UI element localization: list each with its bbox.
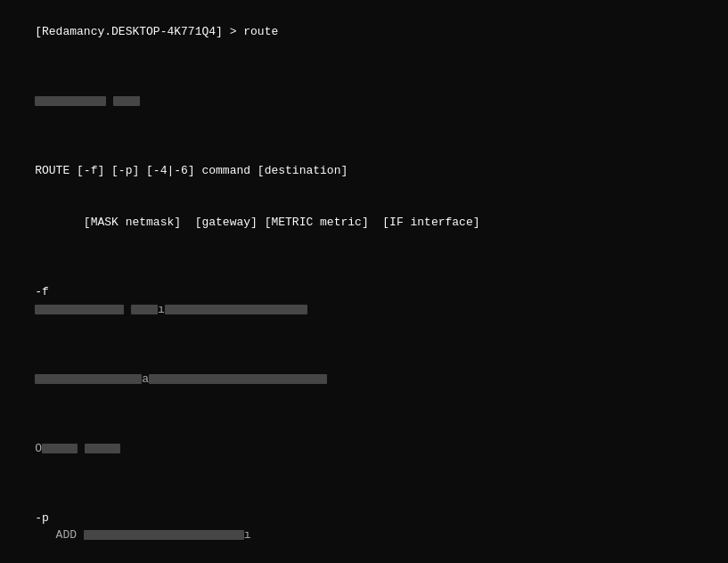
syntax-text2: [MASK netmask] [gateway] [METRIC metric]… [35,216,479,229]
scrollbar-bar[interactable] [7,75,721,127]
prompt-line: [Redamancy.DESKTOP-4K771Q4] > route [7,5,721,58]
blank-1 [7,58,721,76]
syntax-line1: ROUTE [-f] [-p] [-4|-6] command [destina… [7,144,721,197]
flag-p-label: -p [35,510,133,527]
syntax-text1: ROUTE [-f] [-p] [-4|-6] command [destina… [35,164,348,177]
flag-f-line3: O [7,405,721,475]
blank-4 [7,475,721,493]
flag-p-line1: -p ADD ı [7,492,721,561]
syntax-line2: [MASK netmask] [gateway] [METRIC metric]… [7,197,721,249]
arrow: > [223,25,243,38]
flag-f-line1: -f ı [7,266,721,336]
flag-f-label: -f [35,283,133,301]
blank-3 [7,249,721,266]
flag-f-line2: a [7,336,721,405]
blank-2 [7,127,721,145]
terminal-window: [Redamancy.DESKTOP-4K771Q4] > route ROUT… [0,0,728,563]
prompt-text: [Redamancy.DESKTOP-4K771Q4] [35,25,223,38]
command-text: route [243,25,278,38]
